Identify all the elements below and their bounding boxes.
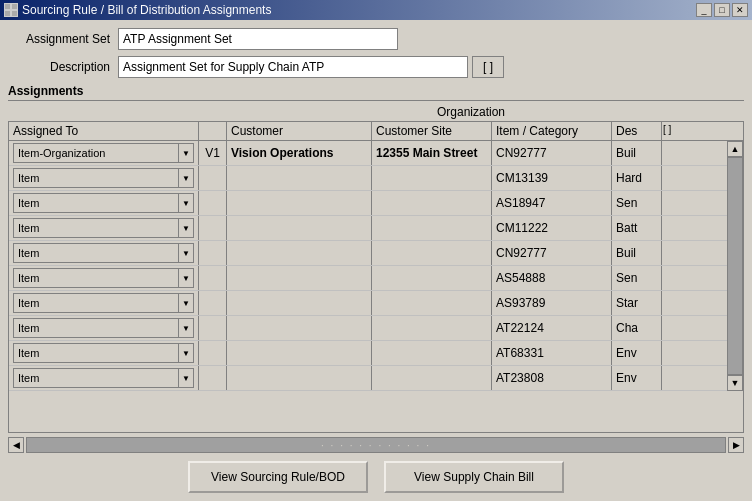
cell-customer-4 xyxy=(227,241,372,265)
assigned-to-select-2[interactable]: Item xyxy=(13,193,183,213)
description-input[interactable] xyxy=(118,56,468,78)
cell-item-cat-3: CM11222 xyxy=(492,216,612,240)
title-bar-buttons[interactable]: _ □ ✕ xyxy=(696,3,748,17)
assigned-to-select-9[interactable]: Item xyxy=(13,368,183,388)
minimize-button[interactable]: _ xyxy=(696,3,712,17)
cell-v1-6 xyxy=(199,291,227,315)
cell-des-0: Buil xyxy=(612,141,662,165)
table-row[interactable]: Item ▼ AS93789 Star xyxy=(9,291,727,316)
cell-des-2: Sen xyxy=(612,191,662,215)
cell-customer-site-7 xyxy=(372,316,492,340)
assigned-to-select-7[interactable]: Item xyxy=(13,318,183,338)
toggle-button[interactable]: [ ] xyxy=(472,56,504,78)
cell-customer-7 xyxy=(227,316,372,340)
cell-scroll-3 xyxy=(662,216,678,240)
cell-assigned-to-8[interactable]: Item ▼ xyxy=(9,341,199,365)
cell-scroll-0 xyxy=(662,141,678,165)
assigned-to-select-4[interactable]: Item xyxy=(13,243,183,263)
cell-assigned-to-2[interactable]: Item ▼ xyxy=(9,191,199,215)
vscroll-track[interactable] xyxy=(727,157,743,375)
dropdown-arrow-9[interactable]: ▼ xyxy=(178,368,194,388)
dropdown-arrow-3[interactable]: ▼ xyxy=(178,218,194,238)
cell-v1-7 xyxy=(199,316,227,340)
assigned-to-select-5[interactable]: Item xyxy=(13,268,183,288)
dropdown-arrow-4[interactable]: ▼ xyxy=(178,243,194,263)
dropdown-wrapper-9: Item ▼ xyxy=(13,368,194,388)
cell-v1-9 xyxy=(199,366,227,390)
cell-assigned-to-1[interactable]: Item ▼ xyxy=(9,166,199,190)
cell-customer-8 xyxy=(227,341,372,365)
view-supply-chain-bill-button[interactable]: View Supply Chain Bill xyxy=(384,461,564,493)
cell-assigned-to-3[interactable]: Item ▼ xyxy=(9,216,199,240)
cell-customer-site-5 xyxy=(372,266,492,290)
dropdown-arrow-1[interactable]: ▼ xyxy=(178,168,194,188)
table-row[interactable]: Item ▼ AT68331 Env xyxy=(9,341,727,366)
assigned-to-select-0[interactable]: Item-Organization xyxy=(13,143,183,163)
cell-item-cat-4: CN92777 xyxy=(492,241,612,265)
vscroll-up-button[interactable]: ▲ xyxy=(727,141,743,157)
cell-customer-site-9 xyxy=(372,366,492,390)
maximize-button[interactable]: □ xyxy=(714,3,730,17)
table-row[interactable]: Item ▼ AT23808 Env xyxy=(9,366,727,391)
dropdown-arrow-2[interactable]: ▼ xyxy=(178,193,194,213)
dropdown-arrow-5[interactable]: ▼ xyxy=(178,268,194,288)
assigned-to-select-6[interactable]: Item xyxy=(13,293,183,313)
dropdown-arrow-7[interactable]: ▼ xyxy=(178,318,194,338)
toggle-label: [ ] xyxy=(483,60,493,74)
table-row[interactable]: Item ▼ AS54888 Sen xyxy=(9,266,727,291)
assignment-set-input[interactable] xyxy=(118,28,398,50)
cell-item-cat-0: CN92777 xyxy=(492,141,612,165)
vertical-scrollbar[interactable]: ▲ ▼ xyxy=(727,141,743,391)
dropdown-arrow-6[interactable]: ▼ xyxy=(178,293,194,313)
cell-assigned-to-6[interactable]: Item ▼ xyxy=(9,291,199,315)
table-row[interactable]: Item ▼ CN92777 Buil xyxy=(9,241,727,266)
cell-assigned-to-0[interactable]: Item-Organization ▼ xyxy=(9,141,199,165)
title-bar-left: Sourcing Rule / Bill of Distribution Ass… xyxy=(4,3,271,17)
cell-customer-site-2 xyxy=(372,191,492,215)
cell-scroll-8 xyxy=(662,341,678,365)
svg-rect-2 xyxy=(5,11,10,16)
table-row[interactable]: Item ▼ CM13139 Hard xyxy=(9,166,727,191)
cell-customer-3 xyxy=(227,216,372,240)
table-with-vscroll: Item-Organization ▼ V1 Vision Operations… xyxy=(9,141,743,391)
horizontal-scrollbar[interactable]: ◀ · · · · · · · · · · · · ▶ xyxy=(8,437,744,453)
hscroll-right-button[interactable]: ▶ xyxy=(728,437,744,453)
table-row[interactable]: Item-Organization ▼ V1 Vision Operations… xyxy=(9,141,727,166)
app-icon xyxy=(4,3,18,17)
dropdown-arrow-0[interactable]: ▼ xyxy=(178,143,194,163)
table-row[interactable]: Item ▼ CM11222 Batt xyxy=(9,216,727,241)
table-row[interactable]: Item ▼ AS18947 Sen xyxy=(9,191,727,216)
cell-assigned-to-9[interactable]: Item ▼ xyxy=(9,366,199,390)
assigned-to-select-3[interactable]: Item xyxy=(13,218,183,238)
dropdown-wrapper-4: Item ▼ xyxy=(13,243,194,263)
hscroll-left-button[interactable]: ◀ xyxy=(8,437,24,453)
assignment-set-label: Assignment Set xyxy=(8,32,118,46)
dropdown-arrow-8[interactable]: ▼ xyxy=(178,343,194,363)
table-row[interactable]: Item ▼ AT22124 Cha xyxy=(9,316,727,341)
assigned-to-select-8[interactable]: Item xyxy=(13,343,183,363)
col-header-des: Des xyxy=(612,122,662,140)
scroll-dots: · · · · · · · · · · · · xyxy=(321,440,431,451)
col-header-customer-site: Customer Site xyxy=(372,122,492,140)
cell-v1-0: V1 xyxy=(199,141,227,165)
hscroll-track[interactable]: · · · · · · · · · · · · xyxy=(26,437,726,453)
description-row: Description [ ] xyxy=(8,56,744,78)
title-bar: Sourcing Rule / Bill of Distribution Ass… xyxy=(0,0,752,20)
cell-des-4: Buil xyxy=(612,241,662,265)
cell-scroll-2 xyxy=(662,191,678,215)
vscroll-down-button[interactable]: ▼ xyxy=(727,375,743,391)
cell-assigned-to-4[interactable]: Item ▼ xyxy=(9,241,199,265)
cell-assigned-to-7[interactable]: Item ▼ xyxy=(9,316,199,340)
view-sourcing-rule-button[interactable]: View Sourcing Rule/BOD xyxy=(188,461,368,493)
assignment-set-row: Assignment Set xyxy=(8,28,744,50)
description-label: Description xyxy=(8,60,118,74)
cell-v1-4 xyxy=(199,241,227,265)
col-header-customer: Customer xyxy=(227,122,372,140)
cell-customer-9 xyxy=(227,366,372,390)
cell-des-9: Env xyxy=(612,366,662,390)
close-button[interactable]: ✕ xyxy=(732,3,748,17)
cell-customer-6 xyxy=(227,291,372,315)
assigned-to-select-1[interactable]: Item xyxy=(13,168,183,188)
dropdown-wrapper-2: Item ▼ xyxy=(13,193,194,213)
cell-assigned-to-5[interactable]: Item ▼ xyxy=(9,266,199,290)
